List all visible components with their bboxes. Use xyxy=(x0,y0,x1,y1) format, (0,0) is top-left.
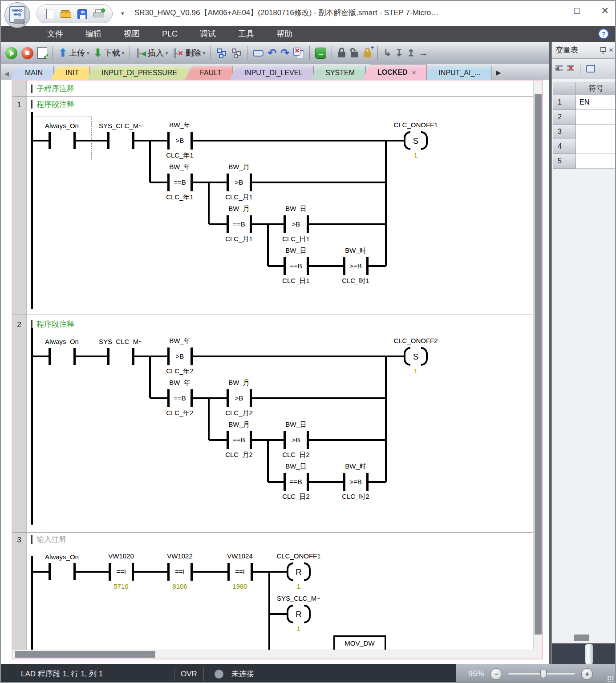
compare-op[interactable]: ==B xyxy=(169,394,190,402)
insert-button[interactable]: ╟◀ 插入 ▾ xyxy=(135,48,168,58)
row-number-cell[interactable]: 1 xyxy=(553,95,576,110)
tab-INPUT_DI_LEVEL[interactable]: INPUT_DI_LEVEL xyxy=(230,66,314,80)
menu-item-2[interactable]: 视图 xyxy=(124,28,140,39)
tab-INIT[interactable]: INIT xyxy=(51,66,90,80)
zoom-out-button[interactable]: − xyxy=(490,668,502,680)
compare-op[interactable]: >B xyxy=(285,436,307,444)
row-number-cell[interactable]: 5 xyxy=(553,154,576,169)
symbol-cell[interactable]: EN xyxy=(576,95,616,110)
open-file-icon[interactable] xyxy=(61,8,71,19)
delete-row-icon[interactable]: ✕ xyxy=(567,65,574,73)
compare-op[interactable]: ==B xyxy=(285,262,307,270)
network-comment[interactable]: 输入注释 xyxy=(36,534,67,545)
run-button[interactable] xyxy=(5,47,17,59)
vertical-scroll-thumb[interactable] xyxy=(535,94,542,635)
editor-horizontal-scrollbar[interactable] xyxy=(12,650,542,659)
save-icon[interactable] xyxy=(77,9,87,19)
row-number-cell[interactable]: 3 xyxy=(553,125,576,139)
coil-letter[interactable]: S xyxy=(407,136,425,146)
app-menu-button[interactable]: HHHOHH() xyxy=(4,2,30,28)
insert-row-icon[interactable]: ◀ xyxy=(555,65,563,73)
symbol-cell[interactable] xyxy=(576,154,616,169)
compare-op[interactable]: ==I xyxy=(229,568,251,575)
compare-op[interactable]: ==B xyxy=(285,478,307,485)
compare-op[interactable]: ==I xyxy=(169,568,190,575)
ladder-branch-down-icon[interactable]: ↳ xyxy=(383,48,391,58)
zoom-slider-track[interactable] xyxy=(508,673,575,675)
menu-item-5[interactable]: 工具 xyxy=(238,28,254,39)
compile-icon[interactable] xyxy=(37,47,47,59)
delete-button[interactable]: ╟✕ 删除 ▾ xyxy=(172,48,205,58)
zoom-in-button[interactable]: + xyxy=(581,668,593,680)
ladder-line-down-icon[interactable]: ↧ xyxy=(395,48,403,58)
upload-button[interactable]: ⬆ 上传 ▾ xyxy=(58,47,89,59)
help-icon[interactable]: ? xyxy=(598,28,609,39)
tab-FAULT[interactable]: FAULT xyxy=(185,66,233,80)
menu-item-4[interactable]: 调试 xyxy=(200,28,216,39)
compare-op[interactable]: ==B xyxy=(228,436,250,444)
undo-icon[interactable]: ↶ xyxy=(267,48,276,57)
tab-scroll-left-icon[interactable]: ◀ xyxy=(4,70,9,77)
contact[interactable] xyxy=(49,132,75,150)
compare-op[interactable]: ==I xyxy=(110,568,132,575)
restore-button[interactable]: □ xyxy=(574,5,580,16)
variable-table-hscroll-thumb[interactable] xyxy=(574,635,589,641)
program-blocks-icon[interactable] xyxy=(216,48,227,58)
lock-closed-icon[interactable] xyxy=(337,48,346,58)
print-icon[interactable] xyxy=(93,8,104,19)
row-number-cell[interactable]: 2 xyxy=(553,110,576,125)
lock-open-icon[interactable] xyxy=(350,48,359,58)
tab-close-icon[interactable]: × xyxy=(412,69,416,76)
menu-item-1[interactable]: 编辑 xyxy=(85,28,101,39)
pin-icon[interactable] xyxy=(600,47,605,54)
new-document-icon[interactable] xyxy=(46,9,54,19)
contact[interactable] xyxy=(49,348,75,365)
compare-op[interactable]: >B xyxy=(228,394,250,402)
coil-letter[interactable]: S xyxy=(407,352,425,362)
delete-pages-icon[interactable] xyxy=(293,48,304,58)
ladder-canvas[interactable]: 子程序注释1程序段注释Always_OnSYS_CLC_M~>BBW_年CLC_… xyxy=(12,81,533,650)
network-comment[interactable]: 程序段注释 xyxy=(36,99,74,109)
panel-scroll-pill[interactable] xyxy=(585,644,593,666)
download-button[interactable]: ⬇ 下载 ▾ xyxy=(93,47,125,59)
network-box-icon[interactable] xyxy=(253,50,263,57)
contact[interactable] xyxy=(107,348,134,365)
download-table-icon[interactable] xyxy=(586,65,595,73)
compare-op[interactable]: >=B xyxy=(345,478,366,485)
redo-icon[interactable]: ↷ xyxy=(280,48,289,57)
resize-grip[interactable] xyxy=(607,676,613,682)
compare-op[interactable]: ==B xyxy=(169,178,190,186)
row-number-cell[interactable]: 4 xyxy=(553,139,576,154)
zoom-slider-thumb[interactable] xyxy=(540,670,547,678)
subroutine-comment[interactable]: 子程序注释 xyxy=(36,84,74,94)
tab-INPUT_AI_...[interactable]: INPUT_AI_... xyxy=(424,66,491,80)
panel-close-icon[interactable]: × xyxy=(609,46,613,55)
menu-item-6[interactable]: 帮助 xyxy=(276,28,292,39)
compare-op[interactable]: >B xyxy=(285,220,307,228)
close-button[interactable]: ✕ xyxy=(601,5,609,16)
menu-item-3[interactable]: PLC xyxy=(162,29,178,39)
instruction-box[interactable]: MOV_DW xyxy=(333,635,386,650)
compare-op[interactable]: ==B xyxy=(228,220,250,228)
editor-vertical-scrollbar[interactable] xyxy=(533,81,542,650)
lock-add-icon[interactable] xyxy=(363,48,372,58)
compare-op[interactable]: >B xyxy=(169,137,190,144)
program-blocks-gray-icon[interactable] xyxy=(231,48,242,58)
horizontal-scroll-thumb[interactable] xyxy=(15,651,155,658)
compare-op[interactable]: >B xyxy=(169,352,190,360)
tab-SYSTEM[interactable]: SYSTEM xyxy=(311,66,366,80)
compare-op[interactable]: >B xyxy=(228,178,250,186)
coil-letter[interactable]: R xyxy=(290,567,308,577)
stop-button[interactable] xyxy=(21,47,33,59)
network-comment[interactable]: 程序段注释 xyxy=(36,319,74,329)
tab-INPUT_DI_PRESSURE[interactable]: INPUT_DI_PRESSURE xyxy=(87,66,188,80)
ladder-line-up-icon[interactable]: ↥ xyxy=(407,48,415,58)
tab-MAIN[interactable]: MAIN xyxy=(10,66,54,80)
coil-letter[interactable]: R xyxy=(290,610,308,619)
menu-item-0[interactable]: 文件 xyxy=(47,28,63,39)
contact[interactable] xyxy=(107,132,134,150)
ladder-line-right-icon[interactable]: → xyxy=(419,48,428,58)
compare-op[interactable]: >=B xyxy=(345,262,366,270)
go-to-icon[interactable]: → xyxy=(315,48,326,59)
symbol-cell[interactable] xyxy=(576,139,616,154)
